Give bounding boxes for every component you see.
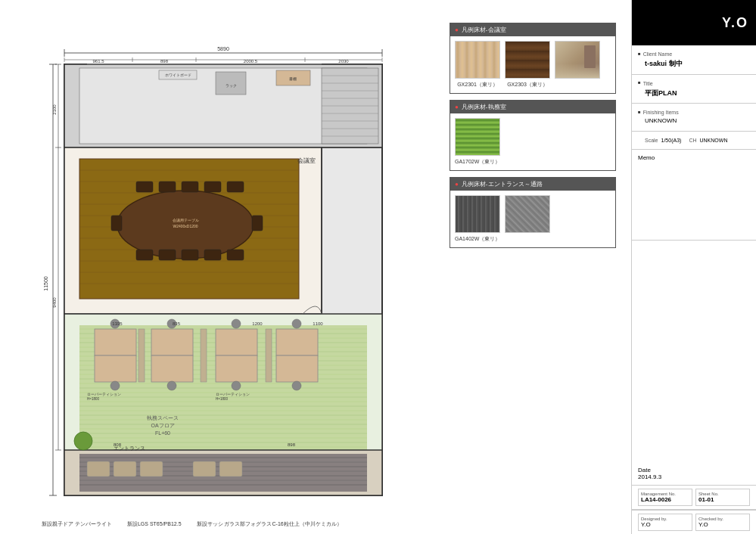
- sidebar-drawing-title: Title 平面PLAN: [632, 75, 756, 104]
- sidebar-memo: Memo: [632, 150, 756, 241]
- designed-cell: Designed by. Y.O: [638, 514, 692, 531]
- svg-point-99: [232, 381, 241, 390]
- svg-rect-121: [114, 461, 136, 477]
- svg-text:898: 898: [288, 442, 296, 447]
- designed-value: Y.O: [641, 521, 689, 528]
- svg-point-98: [167, 381, 176, 390]
- svg-rect-36: [159, 182, 176, 192]
- floorplan: ラック ホワイトボード 書棚 会議用テーブル W2400xD1200: [42, 26, 496, 511]
- main-content: ラック ホワイトボード 書棚 会議用テーブル W2400xD1200: [0, 0, 631, 534]
- svg-rect-87: [151, 329, 193, 355]
- svg-text:ローパーティション: ローパーティション: [216, 393, 250, 396]
- svg-rect-86: [95, 355, 136, 382]
- swatch-dark-stripe: [455, 195, 500, 233]
- material-gx2301: GX2301（東リ）: [455, 41, 500, 88]
- svg-text:5890: 5890: [217, 46, 229, 51]
- sidebar: Y.O Client Name t-sakui 制中 Title 平面PLAN …: [631, 0, 756, 534]
- legend-meeting-header: 凡例床材-会議室: [450, 23, 615, 36]
- svg-text:898: 898: [160, 59, 169, 64]
- svg-text:執務スペース: 執務スペース: [147, 415, 179, 421]
- svg-rect-41: [159, 250, 176, 260]
- svg-rect-90: [216, 355, 257, 382]
- legend-meeting-title: 凡例床材-会議室: [462, 26, 506, 34]
- svg-rect-43: [204, 250, 221, 260]
- svg-text:2000.5: 2000.5: [244, 59, 258, 64]
- svg-text:835: 835: [173, 321, 181, 326]
- svg-rect-38: [204, 182, 221, 192]
- bottom-notes: 新設親子ドア テンパーライト 新設LGS ST65/PB12.5 新設サッシ ガ…: [42, 520, 342, 528]
- legend-meeting-body: GX2301（東リ） GX2303（東リ）: [450, 36, 615, 93]
- svg-rect-44: [227, 250, 244, 260]
- material-ga1702w: GA1702W（東リ）: [455, 118, 500, 166]
- svg-rect-85: [95, 329, 136, 355]
- sidebar-mgmt: Management No. LA14-0026 Sheet No. 01-01: [632, 486, 756, 510]
- svg-text:ローパーティション: ローパーティション: [87, 393, 121, 396]
- material-ga1402w: GA1402W（東リ）: [455, 195, 500, 243]
- legend-office-header: 凡例床材-執務室: [450, 101, 615, 113]
- finishing-value: UNKNOWN: [638, 116, 750, 126]
- svg-rect-123: [193, 461, 216, 477]
- svg-rect-91: [276, 329, 318, 355]
- material-gx2301-label: GX2301（東リ）: [457, 81, 498, 88]
- svg-text:H=1800: H=1800: [87, 397, 99, 401]
- ch-label: CH: [689, 136, 696, 144]
- svg-rect-89: [216, 329, 257, 355]
- svg-text:808: 808: [114, 442, 122, 447]
- note-2: 新設LGS ST65/PB12.5: [127, 520, 182, 528]
- swatch-wood-dark: [505, 41, 550, 79]
- svg-rect-122: [140, 461, 163, 477]
- memo-label: Memo: [638, 154, 750, 161]
- svg-text:書棚: 書棚: [289, 76, 297, 81]
- svg-text:11500: 11500: [43, 276, 48, 291]
- svg-rect-42: [182, 250, 198, 260]
- legend-entrance: 凡例床材-エントランス～通路 GA1402W（東リ）: [450, 177, 616, 248]
- swatch-wood-light: [455, 41, 500, 79]
- note-3: 新設サッシ ガラス部フォグラスC-16粒仕上（中川ケミカル）: [197, 520, 342, 528]
- material-carpet-photo: [505, 195, 550, 235]
- finishing-label: Finishing Items: [638, 108, 750, 116]
- sidebar-date: Date 2014.9.3: [632, 462, 756, 486]
- svg-rect-40: [136, 250, 153, 260]
- svg-rect-37: [182, 182, 198, 192]
- svg-text:ラック: ラック: [226, 83, 237, 88]
- svg-rect-35: [136, 182, 153, 192]
- svg-rect-39: [227, 182, 244, 192]
- svg-text:W2400xD1200: W2400xD1200: [173, 224, 198, 228]
- svg-text:1200: 1200: [252, 321, 263, 326]
- legend-office-title: 凡例床材-執務室: [462, 103, 506, 111]
- sidebar-scale: Scale 1/50(A3) CH UNKNOWN: [632, 132, 756, 150]
- sidebar-client: Client Name t-sakui 制中: [632, 45, 756, 75]
- svg-point-97: [110, 381, 120, 390]
- svg-rect-102: [201, 329, 207, 382]
- material-ga1702w-label: GA1702W（東リ）: [455, 158, 500, 166]
- title-value: 平面PLAN: [638, 88, 750, 98]
- legend-meeting: 凡例床材-会議室 GX2301（東リ） GX2303（東リ）: [450, 23, 616, 94]
- date-value: 2014.9.3: [638, 473, 750, 480]
- sheet-no-value: 01-01: [698, 496, 747, 503]
- title-label: Title: [638, 79, 750, 88]
- svg-text:会議用テーブル: 会議用テーブル: [173, 218, 199, 222]
- svg-text:9400: 9400: [52, 297, 57, 308]
- client-value: t-sakui 制中: [638, 58, 750, 69]
- swatch-green-stripe: [455, 118, 500, 156]
- legend-entrance-body: GA1402W（東リ）: [450, 191, 615, 247]
- material-gx2303: GX2303（東リ）: [505, 41, 550, 88]
- legend-entrance-title: 凡例床材-エントランス～通路: [462, 180, 543, 188]
- material-ga1402w-label: GA1402W（東リ）: [455, 235, 500, 243]
- svg-rect-45: [111, 216, 122, 231]
- svg-point-125: [74, 432, 92, 450]
- svg-rect-103: [266, 329, 272, 382]
- mgmt-no-value: LA14-0026: [641, 496, 689, 503]
- svg-rect-124: [219, 461, 242, 477]
- svg-text:H=1800: H=1800: [216, 397, 228, 401]
- checked-value: Y.O: [698, 521, 747, 528]
- svg-text:1100: 1100: [313, 321, 323, 326]
- note-1: 新設親子ドア テンパーライト: [42, 520, 112, 528]
- sidebar-title: Y.O: [722, 15, 748, 31]
- svg-text:FL+60: FL+60: [155, 430, 170, 436]
- svg-text:ホワイトボード: ホワイトボード: [165, 73, 191, 77]
- svg-text:OAフロア: OAフロア: [151, 423, 174, 428]
- sidebar-title-block: Y.O: [632, 0, 756, 45]
- legend-office: 凡例床材-執務室 GA1702W（東リ）: [450, 100, 616, 171]
- material-gx2303-label: GX2303（東リ）: [507, 81, 548, 88]
